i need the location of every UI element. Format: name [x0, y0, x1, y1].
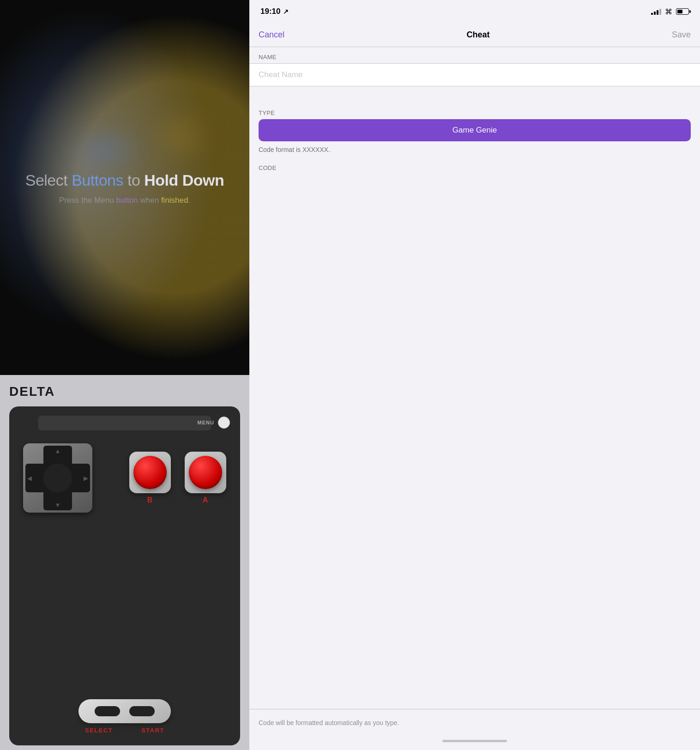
section-gap-1 — [249, 86, 700, 103]
dpad[interactable]: ▲ ▼ ◀ ▶ — [25, 446, 90, 510]
game-genie-label: Game Genie — [453, 126, 497, 134]
wifi-icon: ⌘ — [665, 7, 672, 16]
menu-btn-area: MENU — [198, 417, 230, 429]
name-input-row — [249, 63, 700, 86]
game-screen: Select Buttons to Hold Down Press the Me… — [0, 0, 249, 375]
code-section: CODE — [249, 158, 700, 174]
home-indicator — [249, 732, 700, 750]
status-bar: 19:10 ↗ ⌘ — [249, 0, 700, 23]
select-subtitle: Press the Menu button when finished. — [59, 196, 190, 205]
select-button[interactable] — [95, 706, 120, 716]
game-genie-button[interactable]: Game Genie — [259, 119, 691, 141]
code-area — [249, 174, 700, 709]
name-section-label: NAME — [249, 47, 700, 63]
select-label: SELECT — [85, 727, 113, 734]
right-panel: 19:10 ↗ ⌘ Cancel Cheat Save NAME — [249, 0, 700, 750]
menu-label: MENU — [198, 420, 214, 425]
a-label: A — [203, 496, 209, 504]
subtitle-purple: button — [116, 196, 138, 205]
bar1 — [651, 13, 653, 15]
status-icons: ⌘ — [651, 7, 689, 16]
start-button[interactable] — [129, 706, 155, 716]
start-label: START — [141, 727, 164, 734]
battery-body — [676, 8, 689, 15]
b-button-outer — [129, 452, 171, 493]
battery-icon — [676, 8, 689, 15]
save-button[interactable]: Save — [672, 30, 691, 40]
controller-top-bar — [38, 416, 211, 430]
cheat-name-input[interactable] — [259, 70, 691, 79]
nav-bar: Cancel Cheat Save — [249, 23, 700, 47]
bar2 — [654, 12, 656, 15]
title-part2: to — [123, 171, 144, 189]
bar3 — [657, 10, 658, 15]
dpad-up-arrow: ▲ — [55, 448, 61, 454]
status-time: 19:10 ↗ — [260, 7, 289, 16]
dpad-outer: ▲ ▼ ◀ ▶ — [23, 443, 92, 513]
dpad-left-arrow: ◀ — [27, 475, 32, 482]
b-button[interactable] — [133, 456, 167, 489]
menu-circle[interactable] — [218, 417, 230, 429]
time-display: 19:10 — [260, 7, 280, 16]
code-format-hint: Code format is XXXXXX. — [249, 141, 700, 158]
select-start-outer — [78, 699, 171, 723]
code-section-label: CODE — [249, 158, 700, 174]
title-blue: Buttons — [72, 171, 123, 189]
bar4 — [659, 9, 661, 15]
subtitle-yellow: finished — [161, 196, 188, 205]
type-section: TYPE Game Genie Code format is XXXXXX. — [249, 103, 700, 158]
controller-main: ▲ ▼ ◀ ▶ B — [18, 443, 231, 513]
select-start-labels: SELECT START — [78, 727, 171, 734]
bottom-note-box: Code will be formatted automatically as … — [249, 709, 700, 732]
bottom-hint-text: Code will be formatted automatically as … — [259, 719, 399, 726]
page-title: Cheat — [466, 30, 489, 40]
dpad-right-arrow: ▶ — [84, 475, 88, 482]
action-buttons: B A — [129, 452, 226, 504]
type-section-label: TYPE — [249, 103, 700, 119]
subtitle-dot: . — [188, 196, 191, 205]
controller-area: DELTA MENU ▲ ▼ ◀ ▶ — [0, 375, 249, 750]
dpad-center — [43, 464, 72, 492]
name-section: NAME — [249, 47, 700, 86]
home-bar — [442, 740, 507, 742]
controller-bottom: SELECT START — [18, 699, 231, 734]
title-part1: Select — [25, 171, 72, 189]
select-title: Select Buttons to Hold Down — [25, 170, 224, 190]
dpad-down-arrow: ▼ — [55, 502, 61, 508]
subtitle-part2: when — [138, 196, 161, 205]
b-button-wrap: B — [129, 452, 171, 504]
delta-logo: DELTA — [9, 384, 240, 399]
left-panel: Select Buttons to Hold Down Press the Me… — [0, 0, 249, 750]
subtitle-part1: Press the Menu — [59, 196, 116, 205]
controller-body: MENU ▲ ▼ ◀ ▶ — [9, 406, 240, 745]
a-button-wrap: A — [185, 452, 226, 504]
location-arrow-icon: ↗ — [283, 8, 289, 15]
a-button[interactable] — [189, 456, 222, 489]
signal-bars-icon — [651, 8, 661, 15]
cancel-button[interactable]: Cancel — [259, 30, 284, 40]
title-white: Hold Down — [144, 171, 224, 189]
battery-fill — [677, 10, 682, 13]
a-button-outer — [185, 452, 226, 493]
b-label: B — [147, 496, 153, 504]
